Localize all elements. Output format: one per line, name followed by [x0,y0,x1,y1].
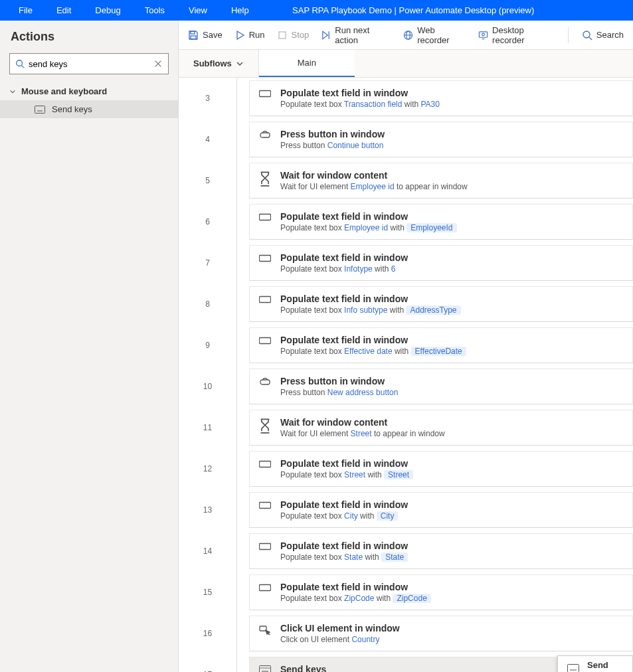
svg-rect-37 [260,380,270,384]
step-card[interactable]: Click UI element in windowClick on UI el… [249,616,633,651]
step-subtitle: Populate text box ZipCode with ZipCode [280,594,431,603]
step-card[interactable]: Press button in windowPress button New a… [249,369,633,404]
step-card[interactable]: Populate text field in windowPopulate te… [249,286,633,322]
svg-rect-21 [479,31,487,37]
subflows-button[interactable]: Subflows [179,50,259,77]
run-button[interactable]: Run [234,30,265,41]
step-row: 8Populate text field in windowPopulate t… [179,284,633,325]
desktop-recorder-button[interactable]: Desktop recorder [478,25,555,45]
subflows-label: Subflows [193,58,232,68]
ui-element-link: Continue button [327,141,384,150]
svg-point-24 [583,31,590,38]
step-title: Populate text field in window [280,541,408,551]
step-title: Send keys [280,664,546,672]
step-card[interactable]: Populate text field in windowPopulate te… [249,245,633,281]
menu-file[interactable]: File [7,1,45,19]
svg-point-52 [267,668,268,669]
step-card[interactable]: Populate text field in windowPopulate te… [249,574,633,610]
step-card[interactable]: Populate text field in windowPopulate te… [249,80,633,116]
svg-rect-44 [260,585,271,591]
chevron-down-icon [236,60,244,68]
step-number: 16 [179,613,237,654]
variable-chip: Street [384,470,413,479]
menu-tools[interactable]: Tools [133,1,177,19]
step-subtitle: Populate text box Employee id with Emplo… [280,223,457,232]
actions-category[interactable]: Mouse and keyboard [0,82,178,100]
step-card[interactable]: Populate text field in windowPopulate te… [249,327,633,363]
run-next-button[interactable]: Run next action [321,25,391,45]
send-keys-tooltip: Send keys Send keys [557,655,633,672]
save-icon [188,30,199,41]
actions-search[interactable] [9,53,169,74]
click-icon [259,624,271,636]
ui-element-link: Infotype [344,264,373,274]
actions-leaf-label: Send keys [52,104,92,114]
step-row: 6Populate text field in windowPopulate t… [179,201,633,242]
svg-rect-31 [260,256,271,262]
actions-panel: Actions Mouse and keyboard Send keys [0,21,179,672]
step-subtitle: Press button New address button [280,388,398,397]
actions-leaf-send-keys[interactable]: Send keys [0,100,178,118]
globe-icon [403,30,413,41]
clear-search-icon[interactable] [153,59,163,68]
ui-element-link: Country [351,635,379,644]
step-row: 13Populate text field in windowPopulate … [179,489,633,531]
step-title: Press button in window [280,376,398,386]
actions-search-input[interactable] [25,59,153,69]
step-row: 3Populate text field in windowPopulate t… [179,78,633,119]
tab-main[interactable]: Main [259,50,355,77]
web-recorder-button[interactable]: Web recorder [403,25,466,45]
press-icon [259,130,271,142]
ui-element-link: Street [344,470,365,479]
step-title: Populate text field in window [280,252,408,263]
variable-chip: State [381,552,408,562]
menu-view[interactable]: View [177,1,219,19]
search-icon [15,59,25,68]
step-card[interactable]: Populate text field in windowPopulate te… [249,492,633,528]
step-card[interactable]: Press button in windowPress button Conti… [249,122,633,157]
textbox-icon [259,583,271,595]
step-card[interactable]: Populate text field in windowPopulate te… [249,533,633,569]
ui-element-link: Street [351,429,372,438]
ui-element-link: City [344,511,358,521]
step-subtitle: Click on UI element Country [280,635,400,644]
svg-line-1 [22,66,25,68]
actions-category-label: Mouse and keyboard [21,86,107,96]
menu-edit[interactable]: Edit [45,1,83,19]
tab-main-label: Main [298,58,316,68]
ui-element-link: State [344,552,363,562]
step-title: Populate text field in window [280,211,457,222]
run-label: Run [249,30,265,40]
press-icon [259,377,271,389]
svg-line-25 [589,37,592,40]
step-card[interactable]: Populate text field in windowPopulate te… [249,451,633,487]
step-row: 4Press button in windowPress button Cont… [179,119,633,160]
svg-rect-42 [260,544,271,550]
menu-debug[interactable]: Debug [83,1,132,19]
step-row: 11Wait for window contentWait for UI ele… [179,407,633,448]
svg-rect-40 [260,503,271,509]
step-subtitle: Press button Continue button [280,141,385,150]
svg-rect-29 [260,214,271,220]
svg-rect-26 [260,91,271,97]
menu-help[interactable]: Help [219,1,261,19]
save-button[interactable]: Save [188,30,223,41]
textbox-icon [259,89,271,101]
tabstrip: Subflows Main [179,50,633,78]
step-title: Wait for window content [280,417,445,428]
step-title: Populate text field in window [280,458,413,469]
step-card[interactable]: Wait for window contentWait for UI eleme… [249,410,633,446]
ui-element-link: Employee id [351,182,395,191]
search-button[interactable]: Search [582,30,624,41]
step-number: 5 [179,160,237,201]
save-label: Save [203,30,223,40]
ui-element-link: Effective date [344,347,393,356]
ui-element-link: New address button [327,388,399,397]
step-card[interactable]: Populate text field in windowPopulate te… [249,204,633,240]
step-card[interactable]: Wait for window contentWait for UI eleme… [249,163,633,199]
step-row: 14Populate text field in windowPopulate … [179,531,633,572]
stop-button[interactable]: Stop [277,30,310,41]
svg-rect-15 [279,32,286,39]
variable-chip: EffectiveDate [411,347,466,356]
wait-icon [259,418,271,430]
